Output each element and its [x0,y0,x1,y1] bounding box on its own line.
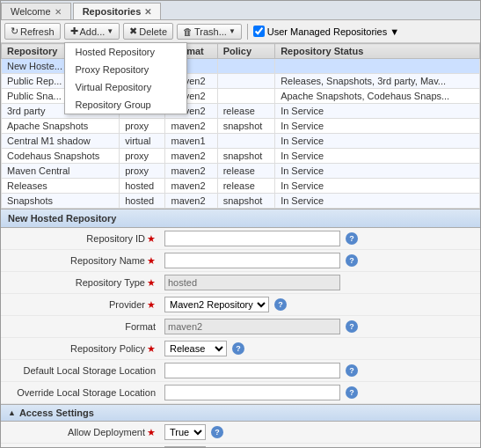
form-input-0[interactable] [164,231,340,246]
info-icon[interactable]: ? [346,320,358,333]
cell-type: proxy [120,164,165,179]
info-icon[interactable]: ? [346,232,358,245]
trash-arrow-icon: ▼ [229,27,236,35]
cell-format: maven1 [165,134,217,149]
field-row: True ? [164,424,475,440]
cell-name: Central M1 shadow [2,134,120,149]
form-row: Repository Name★ ? [1,250,480,272]
cell-type: proxy [120,149,165,164]
user-managed-label: User Managed Repositories [267,26,387,37]
form-label: Provider★ [1,294,159,316]
form-label: Repository ID★ [1,228,159,250]
field-row: ? [164,253,475,268]
cell-policy: release [217,179,274,194]
collapse-icon[interactable]: ▲ [8,408,16,417]
form-row: Default Local Storage Location ? [1,360,480,382]
access-select-1[interactable]: True [164,446,206,447]
add-arrow-icon: ▼ [106,27,113,35]
table-row[interactable]: Maven Central proxy maven2 release In Se… [2,164,480,179]
add-label: Add... [80,26,106,37]
policy-select[interactable]: ReleaseSnapshot [164,341,227,356]
toolbar: ↻ Refresh ✚ Add... ▼ Hosted Repository P… [1,20,480,43]
form-static-4 [164,319,340,334]
field-row: ? [164,385,475,400]
table-row[interactable]: Codehaus Snapshots proxy maven2 snapshot… [2,149,480,164]
cell-policy: snapshot [217,194,274,209]
table-row[interactable]: Apache Snapshots proxy maven2 snapshot I… [2,119,480,134]
form-field: ? [159,250,480,272]
add-icon: ✚ [70,26,78,37]
cell-status: In Service [275,104,480,119]
form-field [159,272,480,294]
menu-item-proxy[interactable]: Proxy Repository [65,61,186,78]
tab-welcome[interactable]: Welcome ✕ [1,3,71,19]
tab-welcome-close[interactable]: ✕ [55,7,62,17]
menu-item-virtual[interactable]: Virtual Repository [65,78,186,96]
form-section: New Hosted Repository Repository ID★ ? R… [1,209,480,447]
cell-policy: snapshot [217,119,274,134]
tab-repositories[interactable]: Repositories ✕ [73,3,162,19]
field-row: True ? [164,446,475,447]
access-label: Allow File Browsing★ [1,444,159,448]
form-row: Repository Type★ [1,272,480,294]
info-icon[interactable]: ? [211,426,223,438]
form-input-1[interactable] [164,253,340,268]
menu-item-hosted[interactable]: Hosted Repository [65,43,186,61]
access-form-row: Allow File Browsing★ True ? [1,444,480,448]
field-row: ? [164,319,475,334]
trash-button[interactable]: 🗑 Trash... ▼ [177,24,242,40]
form-label: Repository Policy★ [1,338,159,360]
required-star: ★ [147,343,156,354]
form-field: ? [159,228,480,250]
cell-policy: release [217,104,274,119]
info-icon[interactable]: ? [346,386,358,399]
form-label: Default Local Storage Location [1,360,159,382]
info-icon[interactable]: ? [346,364,358,377]
info-icon[interactable]: ? [346,254,358,267]
cell-status: In Service [275,149,480,164]
required-star: ★ [147,299,156,310]
form-label: Format [1,316,159,338]
cell-status: Releases, Snapshots, 3rd party, Mav... [275,74,480,89]
cell-name: Releases [2,179,120,194]
user-managed-checkbox[interactable] [253,26,265,37]
form-header: New Hosted Repository [1,209,480,228]
form-row: Repository Policy★ ReleaseSnapshot ? [1,338,480,360]
required-star: ★ [147,427,156,437]
cell-type: proxy [120,119,165,134]
delete-button[interactable]: ✖ Delete [123,23,173,40]
user-managed-checkbox-container: User Managed Repositories ▼ [253,26,399,37]
add-button[interactable]: ✚ Add... ▼ [64,23,120,40]
add-dropdown-menu: Hosted Repository Proxy Repository Virtu… [64,42,187,114]
access-select-0[interactable]: True [164,424,206,440]
info-icon[interactable]: ? [274,298,287,311]
access-field: True ? [159,422,480,444]
table-row[interactable]: Releases hosted maven2 release In Servic… [2,179,480,194]
field-row: ? [164,231,475,246]
col-status: Repository Status [275,44,480,59]
refresh-button[interactable]: ↻ Refresh [4,23,61,40]
menu-item-group[interactable]: Repository Group [65,96,186,114]
form-input-6[interactable] [164,363,340,378]
info-icon[interactable]: ? [232,342,244,355]
table-row[interactable]: Snapshots hosted maven2 snapshot In Serv… [2,194,480,209]
provider-select[interactable]: Maven2 Repository [164,297,269,312]
table-row[interactable]: Central M1 shadow virtual maven1 In Serv… [2,134,480,149]
refresh-label: Refresh [20,26,55,37]
field-row [164,275,475,290]
cell-name: Codehaus Snapshots [2,149,120,164]
col-policy: Policy [217,44,274,59]
form-field: ? [159,316,480,338]
trash-icon: 🗑 [183,26,193,37]
cell-status: In Service [275,179,480,194]
cell-status: In Service [275,194,480,209]
tab-welcome-label: Welcome [11,6,51,17]
cell-type: hosted [120,179,165,194]
form-field: ? [159,382,480,404]
tab-repositories-close[interactable]: ✕ [144,7,151,17]
form-label: Repository Type★ [1,272,159,294]
access-label: Allow Deployment★ [1,422,159,444]
trash-label: Trash... [194,26,227,37]
form-input-7[interactable] [164,385,340,400]
form-title: New Hosted Repository [8,213,116,224]
